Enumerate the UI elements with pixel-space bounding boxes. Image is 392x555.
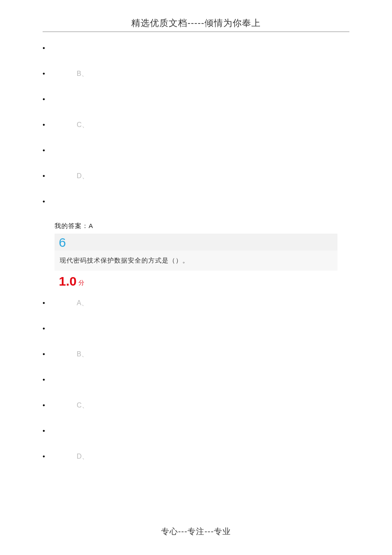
question-score: 1.0 分: [55, 271, 337, 292]
q5-option-d: D、: [43, 168, 349, 184]
option-label-c: C、: [77, 401, 89, 410]
q5-blank-row: [43, 40, 349, 56]
document-page: 精选优质文档-----倾情为你奉上 B、 C、 D、 我的答案：A 6 现代密码…: [0, 0, 392, 491]
page-footer: 专心---专注---专业: [0, 526, 392, 537]
option-label-d: D、: [77, 452, 89, 461]
q5-options-list: B、 C、 D、: [43, 40, 349, 209]
q6-option-b: B、: [43, 347, 349, 362]
question-number: 6: [59, 235, 66, 249]
q5-blank-row: [43, 92, 349, 107]
q6-blank-row: [43, 321, 349, 336]
q5-blank-row: [43, 194, 349, 209]
option-label-a: A、: [77, 299, 88, 308]
answer-value: A: [89, 222, 93, 229]
q6-options-list: A、 B、 C、 D、: [43, 295, 349, 464]
score-suffix: 分: [78, 279, 84, 287]
q5-option-c: C、: [43, 117, 349, 133]
q6-blank-row: [43, 423, 349, 439]
option-label-b: B、: [77, 69, 88, 78]
header-divider: [43, 32, 349, 32]
q6-option-c: C、: [43, 398, 349, 413]
q5-option-b: B、: [43, 66, 349, 81]
question-number-row: 6: [55, 234, 337, 251]
q5-blank-row: [43, 143, 349, 158]
page-header-title: 精选优质文档-----倾情为你奉上: [43, 17, 349, 32]
option-label-b: B、: [77, 350, 88, 359]
option-label-d: D、: [77, 172, 89, 181]
score-value: 1.0: [59, 275, 77, 288]
option-label-c: C、: [77, 121, 89, 130]
q6-option-d: D、: [43, 449, 349, 464]
question-6-block: 6 现代密码技术保护数据安全的方式是（）。 1.0 分: [55, 234, 337, 292]
q6-blank-row: [43, 372, 349, 387]
q5-my-answer: 我的答案：A: [43, 220, 349, 234]
question-text: 现代密码技术保护数据安全的方式是（）。: [55, 251, 337, 271]
q6-option-a: A、: [43, 295, 349, 311]
answer-label: 我的答案：: [55, 222, 89, 229]
